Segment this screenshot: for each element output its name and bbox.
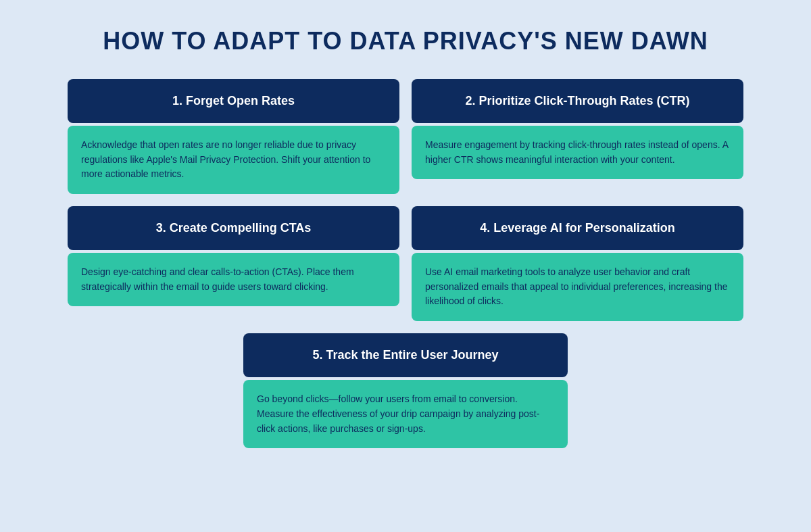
card-2: 2. Prioritize Click-Through Rates (CTR) …: [412, 79, 743, 194]
card-4-body-text: Use AI email marketing tools to analyze …: [425, 265, 730, 309]
card-2-body-text: Measure engagement by tracking click-thr…: [425, 138, 730, 167]
card-3-body-text: Design eye-catching and clear calls-to-a…: [81, 265, 386, 294]
card-4-header-text: 4. Leverage AI for Personalization: [480, 221, 674, 235]
card-5-header: 5. Track the Entire User Journey: [243, 333, 568, 377]
card-1-body: Acknowledge that open rates are no longe…: [68, 126, 399, 194]
card-1-header: 1. Forget Open Rates: [68, 79, 399, 123]
card-1: 1. Forget Open Rates Acknowledge that op…: [68, 79, 399, 194]
card-5-header-text: 5. Track the Entire User Journey: [312, 348, 498, 362]
card-1-header-text: 1. Forget Open Rates: [172, 94, 295, 107]
page-title: HOW TO ADAPT TO DATA PRIVACY'S NEW DAWN: [103, 27, 708, 55]
card-2-header-text: 2. Prioritize Click-Through Rates (CTR): [465, 94, 689, 107]
card-5-body: Go beyond clicks—follow your users from …: [243, 380, 568, 448]
card-3-header: 3. Create Compelling CTAs: [68, 206, 399, 250]
card-4-body: Use AI email marketing tools to analyze …: [412, 253, 743, 321]
card-4-header: 4. Leverage AI for Personalization: [412, 206, 743, 250]
card-3-header-text: 3. Create Compelling CTAs: [156, 221, 312, 235]
card-2-header: 2. Prioritize Click-Through Rates (CTR): [412, 79, 743, 123]
card-4: 4. Leverage AI for Personalization Use A…: [412, 206, 743, 321]
cards-grid: 1. Forget Open Rates Acknowledge that op…: [68, 79, 743, 321]
card-1-body-text: Acknowledge that open rates are no longe…: [81, 138, 386, 182]
card-3-body: Design eye-catching and clear calls-to-a…: [68, 253, 399, 306]
card-5-body-text: Go beyond clicks—follow your users from …: [257, 392, 554, 436]
card-2-body: Measure engagement by tracking click-thr…: [412, 126, 743, 179]
card-5: 5. Track the Entire User Journey Go beyo…: [243, 333, 568, 448]
card-3: 3. Create Compelling CTAs Design eye-cat…: [68, 206, 399, 321]
bottom-row: 5. Track the Entire User Journey Go beyo…: [68, 333, 743, 448]
